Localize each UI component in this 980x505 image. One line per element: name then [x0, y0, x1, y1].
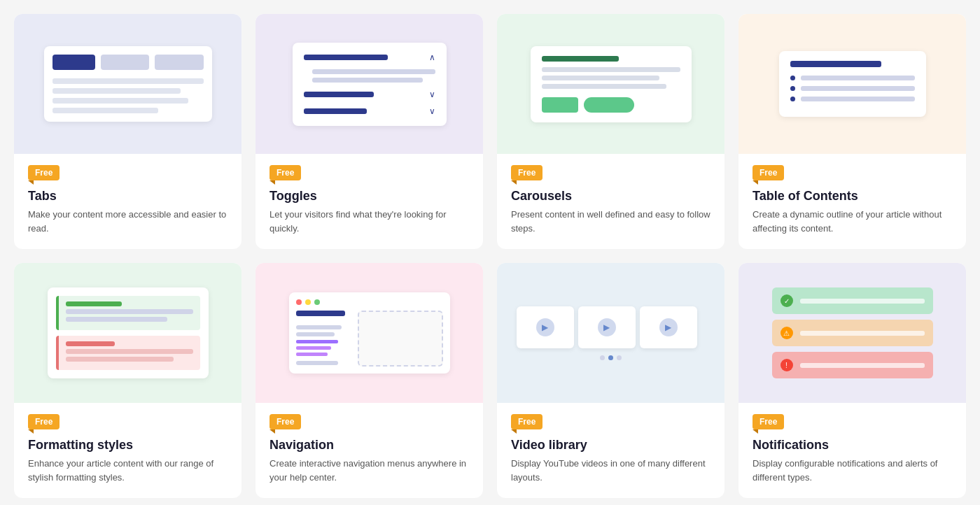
tabs-title: Tabs	[28, 189, 227, 204]
formatting-title: Formatting styles	[28, 438, 227, 453]
carousels-title: Carousels	[511, 189, 710, 204]
formatting-illustration	[48, 287, 209, 378]
formatting-badge: Free	[28, 414, 59, 429]
toggles-illustration: ∧ ∨ ∨	[293, 43, 447, 126]
navigation-preview	[255, 263, 483, 403]
card-toggles[interactable]: ∧ ∨ ∨ Free Toggles Let your visitors f	[255, 14, 483, 249]
toc-title: Table of Contents	[752, 189, 952, 204]
notifications-illustration: ✓ ⚠ !	[772, 287, 933, 378]
notifications-preview: ✓ ⚠ !	[738, 263, 966, 403]
video-desc: Display YouTube videos in one of many di…	[511, 457, 710, 484]
carousels-desc: Present content in well defined and easy…	[511, 208, 710, 235]
video-illustration: ▶ ▶ ▶	[517, 306, 706, 360]
carousels-badge: Free	[511, 165, 542, 180]
carousels-body: Free Carousels Present content in well d…	[497, 154, 724, 249]
navigation-badge: Free	[270, 414, 301, 429]
tabs-desc: Make your content more accessible and ea…	[28, 208, 227, 235]
cards-grid: Free Tabs Make your content more accessi…	[14, 14, 966, 498]
navigation-title: Navigation	[270, 438, 469, 453]
card-video[interactable]: ▶ ▶ ▶ Free Video library D	[497, 263, 724, 498]
toc-desc: Create a dynamic outline of your article…	[752, 208, 952, 235]
card-carousels[interactable]: Free Carousels Present content in well d…	[497, 14, 724, 249]
toc-badge: Free	[752, 165, 784, 180]
navigation-illustration	[289, 292, 450, 374]
formatting-body: Free Formatting styles Enhance your arti…	[14, 403, 241, 498]
card-notifications[interactable]: ✓ ⚠ ! Free Notifications Display configu…	[738, 263, 966, 498]
video-body: Free Video library Display YouTube video…	[497, 403, 724, 498]
tabs-body: Free Tabs Make your content more accessi…	[14, 154, 241, 249]
carousels-preview	[497, 14, 724, 154]
toggles-body: Free Toggles Let your visitors find what…	[255, 154, 483, 249]
toggles-desc: Let your visitors find what they're look…	[270, 208, 469, 235]
toggles-preview: ∧ ∨ ∨	[255, 14, 483, 154]
warning-icon: ⚠	[780, 327, 793, 339]
video-preview: ▶ ▶ ▶	[497, 263, 724, 403]
notifications-title: Notifications	[752, 438, 952, 453]
toc-illustration	[779, 51, 926, 117]
notifications-body: Free Notifications Display configurable …	[738, 403, 966, 498]
tabs-illustration	[44, 46, 212, 122]
toc-preview	[738, 14, 966, 154]
card-toc[interactable]: Free Table of Contents Create a dynamic …	[738, 14, 966, 249]
formatting-desc: Enhance your article content with our ra…	[28, 457, 227, 484]
navigation-desc: Create interactive navigation menus anyw…	[270, 457, 469, 484]
toggles-badge: Free	[270, 165, 301, 180]
carousels-illustration	[531, 46, 692, 122]
video-title: Video library	[511, 438, 710, 453]
card-formatting[interactable]: Free Formatting styles Enhance your arti…	[14, 263, 241, 498]
tabs-preview	[14, 14, 241, 154]
video-badge: Free	[511, 414, 542, 429]
card-navigation[interactable]: Free Navigation Create interactive navig…	[255, 263, 483, 498]
success-icon: ✓	[780, 294, 793, 307]
error-icon: !	[780, 359, 793, 371]
notifications-badge: Free	[752, 414, 784, 429]
navigation-body: Free Navigation Create interactive navig…	[255, 403, 483, 498]
notifications-desc: Display configurable notifications and a…	[752, 457, 952, 484]
toggles-title: Toggles	[270, 189, 469, 204]
formatting-preview	[14, 263, 241, 403]
tabs-badge: Free	[28, 165, 59, 180]
card-tabs[interactable]: Free Tabs Make your content more accessi…	[14, 14, 241, 249]
toc-body: Free Table of Contents Create a dynamic …	[738, 154, 966, 249]
